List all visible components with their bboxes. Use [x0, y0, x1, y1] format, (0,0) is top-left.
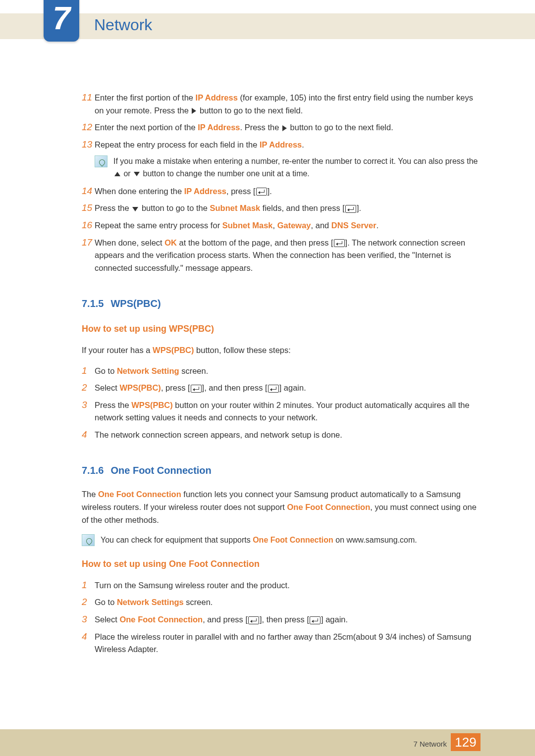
text-run: button to go to the next field.	[197, 106, 303, 115]
text-run: screen.	[184, 598, 213, 606]
text-run: .	[302, 140, 304, 149]
note-block: You can check for equipment that support…	[82, 534, 481, 547]
highlight-term: IP Address	[260, 140, 302, 149]
step-number: 15	[82, 202, 95, 215]
step-body: The network connection screen appears, a…	[95, 429, 481, 442]
text-run: fields, and then press [	[260, 203, 345, 212]
step-item: 3Press the WPS(PBC) button on your route…	[82, 399, 481, 424]
enter-icon	[191, 385, 202, 393]
triangle-right-icon	[192, 108, 196, 114]
step-body: Repeat the same entry process for Subnet…	[95, 219, 481, 232]
step-number: 2	[82, 382, 95, 395]
text-run: When done entering the	[95, 187, 184, 196]
highlight-term: IP Address	[198, 123, 240, 132]
note-icon	[95, 155, 107, 167]
highlight-term: Subnet Mask	[222, 221, 273, 230]
footer-label: 7 Network	[413, 740, 447, 748]
text-run: Go to	[95, 366, 117, 375]
text-run: , press [	[226, 187, 256, 196]
text-run: Enter the next portion of the	[95, 123, 198, 132]
text-run: ] again.	[321, 615, 348, 624]
highlight-term: IP Address	[196, 93, 238, 102]
step-number: 4	[82, 429, 95, 442]
chapter-title: Network	[94, 16, 152, 34]
enter-icon	[248, 616, 259, 624]
page-number-badge: 129	[451, 733, 481, 751]
text-run: on www.samsung.com.	[333, 536, 417, 544]
enter-icon	[310, 616, 321, 624]
step-item: 4Place the wireless router in parallel w…	[82, 631, 481, 656]
step-item: 11Enter the first portion of the IP Addr…	[82, 92, 481, 117]
note-block: If you make a mistake when entering a nu…	[95, 155, 481, 180]
chapter-number-badge: 7	[44, 0, 79, 42]
text-run: Turn on the Samsung wireless router and …	[95, 581, 290, 590]
section-heading-wps: 7.1.5WPS(PBC)	[82, 296, 481, 311]
note-text: You can check for equipment that support…	[101, 534, 481, 547]
step-body: Press the WPS(PBC) button on your router…	[95, 399, 481, 424]
step-item: 1Turn on the Samsung wireless router and…	[82, 579, 481, 592]
text-run: or	[121, 169, 133, 178]
footer-bar: 7 Network 129	[0, 729, 535, 756]
step-number: 13	[82, 139, 95, 151]
step-number: 1	[82, 365, 95, 378]
step-item: 2Select WPS(PBC), press [], and then pre…	[82, 382, 481, 395]
text-run: The	[82, 490, 98, 499]
text-run: button to change the number one unit at …	[141, 169, 310, 178]
highlight-term: One Foot Connection	[98, 490, 181, 499]
triangle-down-icon	[134, 172, 140, 176]
section-title: One Foot Connection	[110, 465, 211, 476]
step-number: 14	[82, 185, 95, 198]
text-run: .	[376, 221, 379, 230]
text-run: , and	[311, 221, 331, 230]
step-body: Select One Foot Connection, and press []…	[95, 613, 481, 626]
highlight-term: IP Address	[184, 187, 226, 196]
highlight-term: One Foot Connection	[287, 503, 371, 511]
enter-icon	[256, 188, 267, 196]
highlight-term: WPS(PBC)	[153, 346, 194, 354]
text-run: When done, select	[95, 238, 164, 247]
step-number: 4	[82, 631, 95, 656]
text-run: ] again.	[279, 383, 306, 392]
highlight-term: One Foot Connection	[253, 536, 333, 544]
text-run: . Press the	[240, 123, 281, 132]
step-number: 3	[82, 613, 95, 626]
text-run: If your router has a	[82, 346, 153, 354]
step-body: Press the button to go to the Subnet Mas…	[95, 202, 481, 215]
step-body: Turn on the Samsung wireless router and …	[95, 579, 481, 592]
step-body: Place the wireless router in parallel wi…	[95, 631, 481, 656]
header-bar	[0, 13, 535, 39]
subheading-ofc: How to set up using One Foot Connection	[82, 557, 481, 571]
text-run: Go to	[95, 598, 117, 606]
step-number: 1	[82, 579, 95, 592]
text-run: Repeat the same entry process for	[95, 221, 222, 230]
step-body: Go to Network Setting screen.	[95, 365, 481, 378]
highlight-term: DNS Server	[331, 221, 376, 230]
enter-icon	[334, 239, 345, 247]
text-run: ], then press [	[260, 615, 309, 624]
text-run: at the bottom of the page, and then pres…	[177, 238, 333, 247]
text-run: , press [	[161, 383, 190, 392]
text-run: Place the wireless router in parallel wi…	[95, 632, 471, 654]
highlight-term: OK	[164, 238, 177, 247]
step-item: 14When done entering the IP Address, pre…	[82, 185, 481, 198]
step-number: 2	[82, 596, 95, 609]
step-item: 15Press the button to go to the Subnet M…	[82, 202, 481, 215]
step-item: 12Enter the next portion of the IP Addre…	[82, 121, 481, 134]
text-run: If you make a mistake when entering a nu…	[113, 157, 478, 165]
text-run: Press the	[95, 401, 131, 409]
step-item: 2Go to Network Settings screen.	[82, 596, 481, 609]
text-run: Press the	[95, 203, 131, 212]
page-content: 11Enter the first portion of the IP Addr…	[82, 92, 481, 660]
step-body: When done, select OK at the bottom of th…	[95, 237, 481, 275]
step-number: 17	[82, 237, 95, 275]
enter-icon	[345, 205, 356, 213]
highlight-term: Subnet Mask	[210, 203, 261, 212]
text-run: button to go to the next field.	[288, 123, 393, 132]
text-run: screen.	[179, 366, 209, 375]
triangle-right-icon	[282, 125, 287, 131]
note-icon	[82, 534, 95, 546]
step-item: 3Select One Foot Connection, and press […	[82, 613, 481, 626]
highlight-term: WPS(PBC)	[131, 401, 172, 409]
highlight-term: WPS(PBC)	[119, 383, 160, 392]
section-heading-ofc: 7.1.6One Foot Connection	[82, 463, 481, 478]
